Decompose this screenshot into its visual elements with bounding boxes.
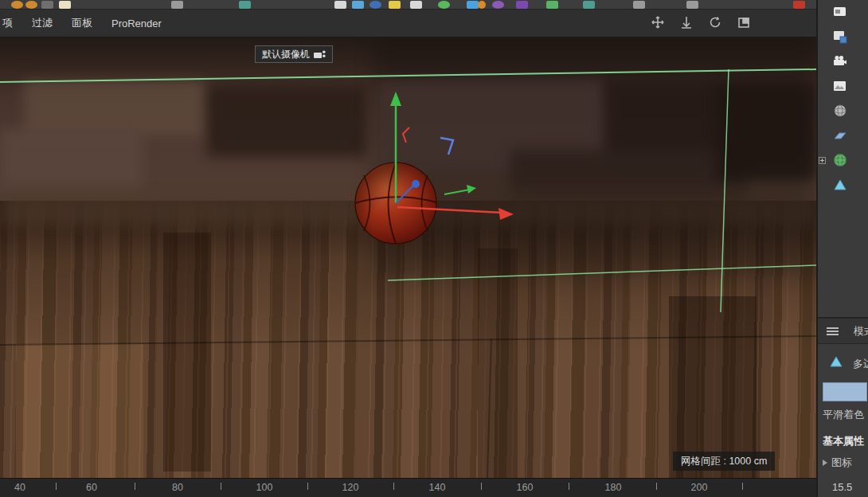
toolbar-icon[interactable] <box>516 1 528 9</box>
menu-icon[interactable] <box>827 327 839 335</box>
toolbar-icon[interactable] <box>59 1 71 9</box>
object-row[interactable] <box>818 5 868 24</box>
gizmo-rotation-handle-z[interactable] <box>440 138 453 155</box>
toolbar-icon[interactable] <box>583 1 595 9</box>
camera-label[interactable]: 默认摄像机 <box>255 45 333 63</box>
menu-item-filter[interactable]: 过滤 <box>22 16 62 30</box>
viewport-camera-controls <box>649 14 753 31</box>
menu-item-prorender[interactable]: ProRender <box>102 18 171 29</box>
toolbar-icon[interactable] <box>633 1 645 9</box>
dolly-icon[interactable] <box>678 14 695 31</box>
attribute-header: 模式 <box>818 319 868 344</box>
attribute-manager-panel: 模式 多边形 平滑着色 基本属性 图标 15.5 <box>818 319 868 497</box>
shading-label[interactable]: 平滑着色 <box>823 408 864 422</box>
ruler-tick <box>742 483 743 490</box>
viewport-3d[interactable]: 默认摄像机 网格间距 : 1000 cm <box>0 37 816 478</box>
grid-spacing-text: 网格间距 : 1000 cm <box>681 455 767 468</box>
background-icon <box>833 79 847 93</box>
toolbar-icon[interactable] <box>467 1 479 9</box>
ruler-tick <box>569 483 569 490</box>
grid-line-green <box>0 69 816 82</box>
object-name-label: 多边形 <box>853 357 868 371</box>
polygon-object-icon <box>833 178 847 192</box>
gizmo-rotation-handle-x[interactable] <box>403 127 409 143</box>
ruler-tick <box>481 483 482 490</box>
toolbar-icon[interactable] <box>410 1 422 9</box>
icon-section-label: 图标 <box>831 456 852 468</box>
toolbar-icon[interactable] <box>686 1 698 9</box>
ruler-tick <box>221 483 221 490</box>
object-row-selected[interactable] <box>818 178 868 197</box>
ruler-tick <box>307 483 308 490</box>
camera-icon <box>314 50 327 59</box>
floor-grid-line <box>487 339 491 478</box>
expand-toggle-icon[interactable] <box>819 157 826 164</box>
toolbar-icon[interactable] <box>41 1 53 9</box>
ruler-tick <box>656 483 657 490</box>
right-panel: 模式 多边形 平滑着色 基本属性 图标 15.5 <box>818 0 868 497</box>
color-swatch[interactable] <box>823 382 867 401</box>
viewport-menu-bar: 项 过滤 面板 ProRender <box>0 10 816 37</box>
maximize-view-icon[interactable] <box>735 14 753 31</box>
toolbar-icon[interactable] <box>389 1 401 9</box>
attribute-object-row[interactable]: 多边形 <box>818 354 868 374</box>
sphere-icon <box>833 153 847 167</box>
toolbar-icon[interactable] <box>352 1 364 9</box>
menu-item-panel[interactable]: 面板 <box>62 16 102 30</box>
grid-line-green <box>721 69 729 312</box>
mode-label: 模式 <box>854 324 868 339</box>
toolbar-icon[interactable] <box>171 1 183 9</box>
toolbar-icon[interactable] <box>239 1 251 9</box>
ruler-number: 80 <box>172 482 183 493</box>
material-icon <box>833 29 847 44</box>
toolbar-icon[interactable] <box>11 1 23 9</box>
toolbar-icon[interactable] <box>369 1 381 9</box>
ruler-number: 120 <box>342 482 359 493</box>
ruler-number: 100 <box>256 482 273 493</box>
toolbar-icon[interactable] <box>478 1 486 9</box>
ruler-number: 180 <box>605 482 622 493</box>
pan-icon[interactable] <box>649 14 667 31</box>
ruler-number: 140 <box>429 482 446 493</box>
floor-icon <box>833 128 847 143</box>
menu-item-options[interactable]: 项 <box>0 16 22 30</box>
sky-icon <box>833 104 847 118</box>
top-toolbar <box>0 0 868 10</box>
application-window: 项 过滤 面板 ProRender <box>0 0 868 497</box>
object-row[interactable] <box>818 79 868 98</box>
toolbar-icon[interactable] <box>546 1 558 9</box>
object-row[interactable] <box>818 153 868 172</box>
toolbar-icon[interactable] <box>334 1 346 9</box>
grid-spacing-label: 网格间距 : 1000 cm <box>673 452 775 471</box>
polygon-object-icon <box>829 354 843 369</box>
ruler-tick <box>56 483 57 490</box>
camera-icon <box>833 54 847 68</box>
object-row[interactable] <box>818 54 868 73</box>
icon-section-row[interactable]: 图标 <box>823 456 852 470</box>
ruler-number: 40 <box>14 482 25 493</box>
ruler-number: 160 <box>517 482 534 493</box>
attribute-value[interactable]: 15.5 <box>832 481 852 493</box>
timeline-ruler[interactable]: 40 60 80 100 120 140 160 180 200 <box>0 478 816 497</box>
toolbar-icon[interactable] <box>25 1 37 9</box>
object-row[interactable] <box>818 104 868 123</box>
basic-properties-header: 基本属性 <box>823 434 864 448</box>
grid-line-green <box>388 265 816 280</box>
floor-grid-line <box>0 336 816 345</box>
camera-label-text: 默认摄像机 <box>262 48 310 61</box>
object-row[interactable] <box>818 128 868 147</box>
scene-overlay <box>0 37 816 478</box>
toolbar-icon[interactable] <box>793 1 805 9</box>
object-row[interactable] <box>818 29 868 49</box>
toolbar-icon[interactable] <box>438 1 450 9</box>
ruler-number: 60 <box>86 482 97 493</box>
toolbar-icon[interactable] <box>492 1 504 9</box>
ruler-number: 200 <box>691 482 708 493</box>
ruler-tick <box>135 483 135 490</box>
rotate-icon[interactable] <box>706 14 724 31</box>
expand-arrow-icon <box>823 460 827 466</box>
ruler-tick <box>393 483 394 490</box>
gizmo-plane-handle[interactable] <box>444 185 476 194</box>
render-view-icon <box>833 5 847 19</box>
